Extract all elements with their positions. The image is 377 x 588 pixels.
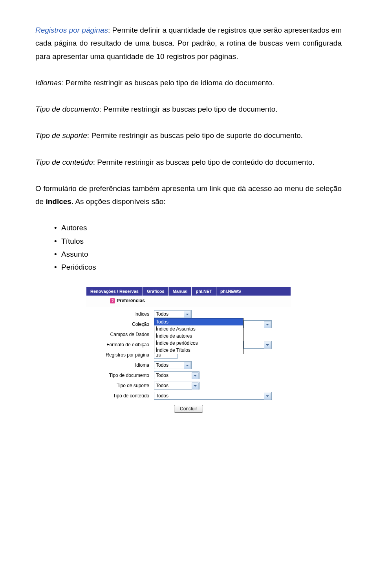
term-tipo-suporte: Tipo de suporte (35, 131, 87, 140)
bold-indices: índices (46, 197, 71, 206)
select-tipo-conteudo[interactable]: Todos (154, 392, 272, 400)
list-item-label: Assunto (61, 250, 88, 258)
list-item: Periódicos (54, 261, 342, 274)
dropdown-option[interactable]: Índice de Assuntos (154, 325, 243, 333)
select-indices[interactable]: Todos (154, 310, 192, 318)
list-item: Autores (54, 221, 342, 234)
select-colecao[interactable] (243, 320, 272, 328)
nav-tab-graficos[interactable]: Gráficos (143, 287, 169, 296)
label-tipo-conteudo: Tipo de conteúdo (86, 393, 154, 399)
nav-tab-phlnews[interactable]: phl.NEWS (216, 287, 245, 296)
text: . As opções disponíveis são: (71, 197, 166, 206)
help-icon[interactable]: ? (110, 298, 115, 303)
row-idioma: Idioma Todos (86, 360, 291, 370)
select-value: Todos (156, 311, 168, 317)
select-tipo-suporte[interactable]: Todos (154, 382, 199, 390)
preferences-panel: Renovações / Reservas Gráficos Manual ph… (86, 287, 291, 417)
dropdown-option[interactable]: Todos (154, 318, 243, 325)
panel-heading-row: ? Preferências (86, 296, 291, 307)
chevron-down-icon (264, 393, 271, 400)
nav-tab-manual[interactable]: Manual (169, 287, 192, 296)
paragraph-indices-intro: O formulário de preferências também apre… (35, 182, 342, 208)
select-formato[interactable] (243, 341, 272, 349)
label-idioma: Idioma (86, 362, 154, 368)
paragraph-tipo-documento: Tipo de documento: Permite restringir as… (35, 103, 342, 116)
list-item-label: Periódicos (61, 263, 96, 271)
paragraph-registros: Registros por páginas: Permite definir a… (35, 24, 342, 63)
term-idiomas: Idiomas: (35, 79, 64, 87)
nav-tab-renovacoes[interactable]: Renovações / Reservas (86, 287, 143, 296)
select-value: Todos (156, 383, 168, 388)
nav-tab-label: phl.NEWS (220, 289, 241, 294)
select-idioma[interactable]: Todos (154, 361, 192, 369)
term-registros: Registros por páginas (35, 26, 108, 34)
label-colecao: Coleção (86, 322, 154, 327)
dropdown-option[interactable]: Índice de autores (154, 333, 243, 340)
row-tipo-documento: Tipo de documento Todos (86, 370, 291, 380)
option-label: Índice de Assuntos (156, 326, 196, 332)
row-indices: Indices Todos Todos Índice de Assuntos Í… (86, 309, 291, 319)
dropdown-option[interactable]: Índice de Títulos (154, 347, 243, 354)
option-label: Todos (156, 319, 168, 325)
row-tipo-suporte: Tipo de suporte Todos (86, 380, 291, 391)
nav-tab-label: phl.NET (196, 289, 212, 294)
label-indices: Indices (86, 311, 154, 317)
chevron-down-icon (184, 362, 191, 369)
select-tipo-documento[interactable]: Todos (154, 371, 199, 379)
label-formato: Formato de exibição (86, 342, 154, 347)
option-label: Índice de autores (156, 333, 192, 339)
nav-tab-phlnet[interactable]: phl.NET (192, 287, 216, 296)
chevron-down-icon (264, 342, 271, 349)
label-registros: Registros por página (86, 352, 154, 358)
text: : Permite restringir as buscas pelo tipo… (99, 105, 278, 113)
top-navbar: Renovações / Reservas Gráficos Manual ph… (86, 287, 291, 296)
paragraph-tipo-suporte: Tipo de suporte: Permite restringir as b… (35, 129, 342, 142)
concluir-button[interactable]: Concluir (174, 405, 203, 413)
list-item-label: Títulos (61, 237, 84, 245)
term-tipo-documento: Tipo de documento (35, 105, 99, 113)
select-value: Todos (156, 362, 168, 368)
chevron-down-icon (192, 382, 199, 390)
dropdown-option[interactable]: Índice de periódicos (154, 340, 243, 347)
option-label: Índice de periódicos (156, 340, 198, 346)
paragraph-idiomas: Idiomas: Permite restringir as buscas pe… (35, 76, 342, 89)
panel-heading: Preferências (117, 298, 145, 303)
dropdown-indices-list: Todos Índice de Assuntos Índice de autor… (154, 318, 243, 354)
preferences-form: Indices Todos Todos Índice de Assuntos Í… (86, 307, 291, 417)
list-item: Títulos (54, 235, 342, 248)
label-tipo-documento: Tipo de documento (86, 373, 154, 378)
chevron-down-icon (264, 321, 271, 328)
chevron-down-icon (192, 372, 199, 379)
text: : Permite restringir as buscas pelo tipo… (93, 158, 315, 166)
list-item: Assunto (54, 248, 342, 261)
row-tipo-conteudo: Tipo de conteúdo Todos (86, 391, 291, 401)
bullet-list: Autores Títulos Assunto Periódicos (35, 221, 342, 274)
nav-tab-label: Gráficos (147, 289, 165, 294)
label-tipo-suporte: Tipo de suporte (86, 383, 154, 388)
chevron-down-icon (184, 311, 191, 318)
list-item-label: Autores (61, 224, 87, 232)
label-campos: Campos de Dados (86, 332, 154, 337)
submit-row: Concluir (86, 401, 291, 413)
nav-tab-label: Manual (173, 289, 188, 294)
button-label: Concluir (180, 406, 197, 412)
select-value: Todos (156, 393, 168, 399)
text: Permite restringir as buscas pelo tipo d… (64, 79, 275, 87)
paragraph-tipo-conteudo: Tipo de conteúdo: Permite restringir as … (35, 156, 342, 169)
option-label: Índice de Títulos (156, 347, 190, 353)
text: : Permite restringir as buscas pelo tipo… (87, 131, 303, 140)
nav-tab-label: Renovações / Reservas (90, 289, 139, 294)
select-value: Todos (156, 373, 168, 378)
term-tipo-conteudo: Tipo de conteúdo (35, 158, 93, 166)
